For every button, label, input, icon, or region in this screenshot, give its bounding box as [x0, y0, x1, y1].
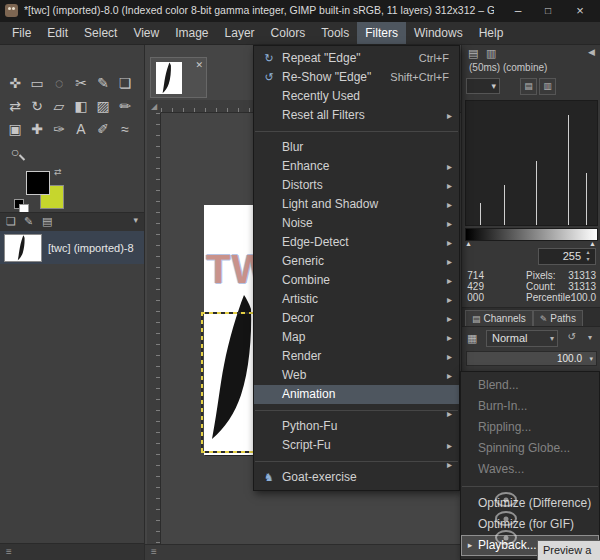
menubar-edit[interactable]: Edit — [39, 22, 76, 44]
tool-smudge[interactable]: ≈ — [114, 117, 136, 140]
menubar-tools[interactable]: Tools — [313, 22, 357, 44]
tool-clone[interactable]: ▣ — [4, 117, 26, 140]
default-colors-icon[interactable] — [14, 199, 24, 209]
close-button[interactable]: × — [570, 2, 590, 20]
tool-rotate[interactable]: ↻ — [26, 94, 48, 117]
tool-gradient[interactable]: ▨ — [92, 94, 114, 117]
menubar-select[interactable]: Select — [76, 22, 125, 44]
menubar-file[interactable]: File — [4, 22, 39, 44]
range-slider-high[interactable]: ▲ — [589, 240, 596, 247]
menu-item-decor[interactable]: Decor ▸ — [254, 309, 459, 328]
tool-shear[interactable]: ▱ — [48, 94, 70, 117]
menubar-help[interactable]: Help — [471, 22, 512, 44]
menu-item-web[interactable]: Web ▸ — [254, 366, 459, 385]
menubar-colors[interactable]: Colors — [263, 22, 314, 44]
ruler-label — [147, 236, 160, 277]
menu-item-recently-used[interactable]: Recently Used ▸ — [254, 87, 459, 106]
foreground-color-swatch[interactable] — [26, 171, 50, 195]
range-slider-low[interactable]: ▲ — [465, 240, 472, 247]
tool-crop[interactable]: ❏ — [114, 71, 136, 94]
menu-item-label: Playback... — [478, 538, 537, 552]
swap-colors-icon[interactable]: ⇄ — [54, 167, 62, 177]
submenu-item-burn-in[interactable]: Burn-In... ▸ — [461, 396, 599, 417]
tool-icon: A — [76, 121, 85, 137]
ruler-label — [147, 482, 160, 523]
menu-separator — [255, 461, 458, 462]
maximize-button[interactable]: □ — [538, 2, 558, 20]
menu-item-repeat-edge[interactable]: ↻ Repeat "Edge" Ctrl+F ▸ — [254, 49, 459, 68]
spin-up-icon[interactable]: ▴ — [586, 249, 589, 255]
spin-down-icon[interactable]: ▾ — [586, 256, 589, 262]
mode-reset-icon[interactable]: ↺ — [568, 331, 576, 342]
menu-item-script-fu[interactable]: Script-Fu ▸ — [254, 436, 459, 455]
menubar-image[interactable]: Image — [167, 22, 216, 44]
patterns-dock-tab-icon[interactable]: ▤ — [42, 215, 52, 228]
menu-item-light-and-shadow[interactable]: Light and Shadow ▸ — [254, 195, 459, 214]
menu-item-label: Map — [282, 330, 305, 344]
brushes-dock-tab-icon[interactable]: ✎ — [24, 215, 33, 228]
dock-footer-icon[interactable]: ≡ — [6, 546, 12, 557]
submenu-item-waves[interactable]: Waves... ▸ — [461, 459, 599, 480]
tool-zoom[interactable]: ○ — [4, 140, 26, 163]
configure-tab-icon[interactable]: ▾ — [133, 215, 138, 225]
menubar-filters[interactable]: Filters — [357, 22, 406, 44]
spinbox-arrows[interactable]: ▴▾ — [583, 249, 593, 264]
submenu-item-optimize-for-gif[interactable]: Optimize (for GIF) ▸ — [461, 514, 599, 535]
submenu-item-blend[interactable]: Blend... ▸ — [461, 375, 599, 396]
opacity-slider[interactable]: 100.0 ▾ — [466, 351, 597, 366]
tab-channels[interactable]: ▤ Channels — [465, 310, 533, 326]
menu-item-blur[interactable]: Blur ▸ — [254, 138, 459, 157]
menu-item-render[interactable]: Render ▸ — [254, 347, 459, 366]
tool-scissors-select[interactable]: ✂ — [70, 71, 92, 94]
tool-move[interactable]: ✜ — [4, 71, 26, 94]
tool-text[interactable]: A — [70, 117, 92, 140]
menu-item-reset-all-filters[interactable]: Reset all Filters ▸ — [254, 106, 459, 125]
minimize-button[interactable]: – — [508, 2, 528, 20]
submenu-item-optimize-difference[interactable]: Optimize (Difference) ▸ — [461, 493, 599, 514]
tool-bucket-fill[interactable]: ◧ — [70, 94, 92, 117]
statusbar-menu-icon[interactable]: ≡ — [151, 546, 157, 557]
tool-ink[interactable]: ✑ — [48, 117, 70, 140]
dock-collapse-icon[interactable]: ◀ — [588, 47, 595, 57]
histogram-dock-tab-icon[interactable]: ▤ — [468, 47, 478, 60]
menu-item-generic[interactable]: Generic ▸ — [254, 252, 459, 271]
layer-mode-select[interactable]: Normal ▾ — [486, 330, 558, 347]
tool-rectangle-select[interactable]: ▭ — [26, 71, 48, 94]
tool-pencil[interactable]: ✏ — [114, 94, 136, 117]
histogram-linear-button[interactable]: ▤ — [520, 78, 537, 95]
tool-icon: ✜ — [9, 75, 21, 91]
image-tab[interactable]: ✕ — [150, 57, 207, 98]
tool-free-select[interactable]: ◌ — [48, 71, 70, 94]
histogram-log-button[interactable]: ▥ — [539, 78, 556, 95]
histogram-spike — [568, 115, 569, 225]
menu-item-noise[interactable]: Noise ▸ — [254, 214, 459, 233]
menu-item-goat-exercise[interactable]: ♞ Goat-exercise ▸ — [254, 468, 459, 487]
image-list-item[interactable]: [twc] (imported)-8 — [0, 231, 144, 264]
menu-item-artistic[interactable]: Artistic ▸ — [254, 290, 459, 309]
tab-paths[interactable]: ✎ Paths — [533, 310, 583, 326]
tab-close-icon[interactable]: ✕ — [195, 60, 203, 70]
layers-dock-tab-icon[interactable]: ❏ — [6, 215, 16, 228]
tool-flip[interactable]: ⇄ — [4, 94, 26, 117]
mode-options-icon[interactable]: ▾ — [588, 333, 592, 342]
pointer-dock-tab-icon[interactable]: ▥ — [486, 47, 496, 60]
menu-item-edge-detect[interactable]: Edge-Detect ▸ — [254, 233, 459, 252]
menubar-view[interactable]: View — [125, 22, 167, 44]
menu-item-icon: ↻ — [261, 49, 277, 68]
menu-item-combine[interactable]: Combine ▸ — [254, 271, 459, 290]
histogram-channel-select[interactable]: ▾ — [466, 78, 500, 94]
menu-item-enhance[interactable]: Enhance ▸ — [254, 157, 459, 176]
menubar-windows[interactable]: Windows — [406, 22, 471, 44]
submenu-item-spinning-globe[interactable]: Spinning Globe... ▸ — [461, 438, 599, 459]
menu-item-map[interactable]: Map ▸ — [254, 328, 459, 347]
menu-item-reshow-edge[interactable]: ↺ Re-Show "Edge" Shift+Ctrl+F ▸ — [254, 68, 459, 87]
histogram-max-spinbox[interactable]: 255 ▴▾ — [538, 248, 596, 265]
tool-paths[interactable]: ✎ — [92, 71, 114, 94]
tool-color-picker[interactable]: ✐ — [92, 117, 114, 140]
menubar-layer[interactable]: Layer — [217, 22, 263, 44]
menu-item-python-fu[interactable]: Python-Fu ▸ — [254, 417, 459, 436]
submenu-item-rippling[interactable]: Rippling... ▸ — [461, 417, 599, 438]
tool-heal[interactable]: ✚ — [26, 117, 48, 140]
menu-item-distorts[interactable]: Distorts ▸ — [254, 176, 459, 195]
menu-item-animation[interactable]: Animation ▸ — [254, 385, 459, 404]
